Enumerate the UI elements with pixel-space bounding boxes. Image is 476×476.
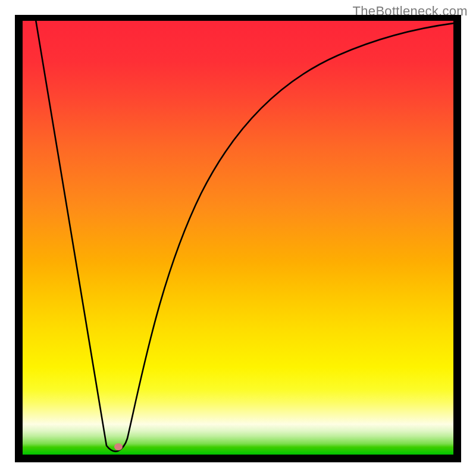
plot-area — [15, 15, 461, 462]
chart-container: TheBottleneck.com — [0, 0, 476, 476]
plot-inner — [23, 21, 453, 455]
optimal-point-marker — [114, 443, 123, 450]
bottleneck-curve — [23, 21, 453, 455]
